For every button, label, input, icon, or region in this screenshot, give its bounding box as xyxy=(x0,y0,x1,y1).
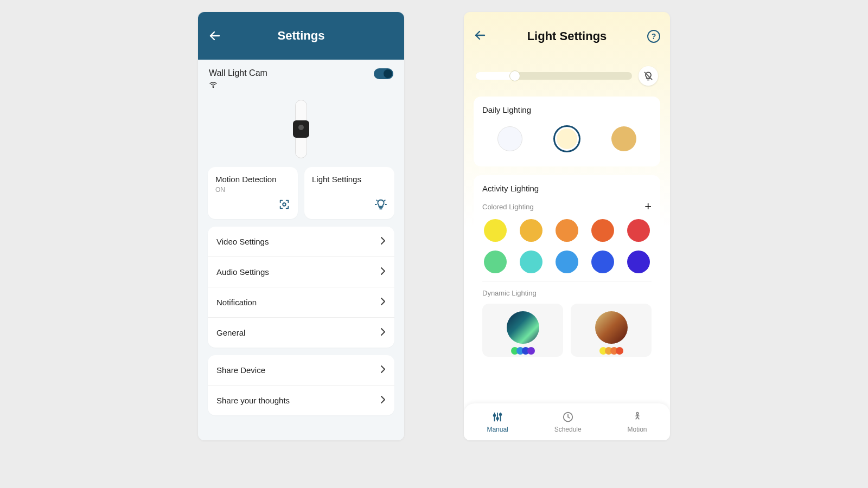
settings-body: Wall Light Cam Motion Detection ON xyxy=(198,56,404,440)
tab-motion[interactable]: Motion xyxy=(628,411,647,433)
add-color-button[interactable]: + xyxy=(644,201,652,213)
device-info: Wall Light Cam xyxy=(209,68,267,91)
daily-swatch-2[interactable] xyxy=(611,126,636,151)
camera-illustration xyxy=(286,100,316,158)
light-off-button[interactable] xyxy=(639,66,658,86)
lightbulb-icon xyxy=(375,198,387,213)
colored-lighting-header: Colored Lighting + xyxy=(482,201,652,213)
power-toggle[interactable] xyxy=(374,68,393,79)
daily-lighting-section: Daily Lighting xyxy=(474,97,660,166)
light-settings-screen: Light Settings ? Daily Lighting Activity… xyxy=(464,12,670,440)
dynamic-row xyxy=(482,304,652,357)
card-status: ON xyxy=(215,186,290,194)
settings-header: Settings xyxy=(198,12,404,60)
settings-item-video-settings[interactable]: Video Settings xyxy=(208,227,394,257)
list-item-label: Share Device xyxy=(216,365,265,375)
tab-schedule[interactable]: Schedule xyxy=(554,411,582,433)
device-name: Wall Light Cam xyxy=(209,68,267,78)
brightness-slider[interactable] xyxy=(476,72,632,80)
settings-item-share-your-thoughts[interactable]: Share your thoughts xyxy=(208,386,394,415)
list-item-label: Video Settings xyxy=(216,237,269,246)
list-item-label: Notification xyxy=(216,298,257,307)
activity-lighting-section: Activity Lighting Colored Lighting + Dyn… xyxy=(474,175,660,361)
wifi-icon xyxy=(209,80,267,91)
tab-label: Manual xyxy=(487,426,508,433)
color-swatch-2[interactable] xyxy=(556,219,578,242)
list-item-label: General xyxy=(216,328,245,337)
section-title: Daily Lighting xyxy=(482,105,652,114)
help-button[interactable]: ? xyxy=(647,30,660,43)
color-swatch-3[interactable] xyxy=(591,219,614,242)
chevron-right-icon xyxy=(380,395,386,406)
dynamic-preview-1 xyxy=(595,311,628,344)
tab-label: Schedule xyxy=(554,426,582,433)
device-image xyxy=(208,99,394,159)
chevron-right-icon xyxy=(380,236,386,247)
chevron-right-icon xyxy=(380,267,386,277)
dynamic-lighting-label: Dynamic Lighting xyxy=(482,289,537,297)
light-header: Light Settings ? xyxy=(464,12,670,61)
page-title: Light Settings xyxy=(527,29,607,43)
dynamic-lighting-header: Dynamic Lighting xyxy=(482,289,652,297)
color-swatch-8[interactable] xyxy=(591,251,614,273)
tab-manual[interactable]: Manual xyxy=(487,411,508,433)
chevron-right-icon xyxy=(380,297,386,307)
quick-cards: Motion Detection ON Light Settings xyxy=(208,167,394,219)
motion-icon xyxy=(631,411,643,425)
settings-list-a: Video SettingsAudio SettingsNotification… xyxy=(208,227,394,348)
settings-item-share-device[interactable]: Share Device xyxy=(208,355,394,386)
svg-point-12 xyxy=(494,414,496,416)
clock-icon xyxy=(562,411,574,425)
color-swatch-6[interactable] xyxy=(520,251,542,273)
tab-label: Motion xyxy=(628,426,647,433)
color-grid xyxy=(482,219,652,281)
section-title: Activity Lighting xyxy=(482,184,652,193)
colored-lighting-label: Colored Lighting xyxy=(482,203,534,211)
back-button[interactable] xyxy=(474,29,487,44)
motion-icon xyxy=(278,198,290,213)
question-icon: ? xyxy=(652,32,656,41)
dynamic-dots-1 xyxy=(599,347,623,355)
svg-point-13 xyxy=(496,417,499,419)
motion-detection-card[interactable]: Motion Detection ON xyxy=(208,167,298,219)
settings-item-notification[interactable]: Notification xyxy=(208,287,394,318)
settings-screen: Settings Wall Light Cam Motion Detection… xyxy=(198,12,404,440)
settings-item-general[interactable]: General xyxy=(208,318,394,348)
color-swatch-9[interactable] xyxy=(627,251,650,273)
light-body: Daily Lighting Activity Lighting Colored… xyxy=(464,61,670,361)
card-title: Motion Detection xyxy=(215,175,290,184)
page-title: Settings xyxy=(278,29,325,43)
daily-swatch-row xyxy=(482,122,652,158)
svg-point-1 xyxy=(213,87,213,87)
dynamic-preview-0 xyxy=(507,311,539,344)
color-swatch-5[interactable] xyxy=(484,251,507,273)
svg-point-2 xyxy=(283,203,286,206)
list-item-label: Audio Settings xyxy=(216,267,269,277)
list-item-label: Share your thoughts xyxy=(216,396,290,405)
back-button[interactable] xyxy=(208,29,222,43)
tab-bar: ManualScheduleMotion xyxy=(464,403,670,440)
daily-swatch-0[interactable] xyxy=(497,126,522,151)
brightness-row xyxy=(474,61,660,88)
daily-swatch-1[interactable] xyxy=(553,125,580,152)
light-settings-card[interactable]: Light Settings xyxy=(304,167,394,219)
chevron-right-icon xyxy=(380,365,386,375)
card-title: Light Settings xyxy=(312,175,387,184)
settings-item-audio-settings[interactable]: Audio Settings xyxy=(208,257,394,287)
svg-point-14 xyxy=(500,413,502,415)
device-row: Wall Light Cam xyxy=(208,66,394,91)
settings-list-b: Share DeviceShare your thoughts xyxy=(208,355,394,415)
arrow-left-icon xyxy=(208,29,221,42)
dynamic-dots-0 xyxy=(511,347,535,355)
svg-line-6 xyxy=(384,200,385,201)
dynamic-card-0[interactable] xyxy=(482,304,563,357)
slider-thumb[interactable] xyxy=(509,70,520,81)
arrow-left-icon xyxy=(474,29,487,42)
dynamic-card-1[interactable] xyxy=(571,304,652,357)
color-swatch-4[interactable] xyxy=(627,219,650,242)
color-swatch-7[interactable] xyxy=(556,251,578,273)
chevron-right-icon xyxy=(380,328,386,338)
color-swatch-0[interactable] xyxy=(484,219,507,242)
color-swatch-1[interactable] xyxy=(520,219,542,242)
svg-line-5 xyxy=(376,200,377,201)
